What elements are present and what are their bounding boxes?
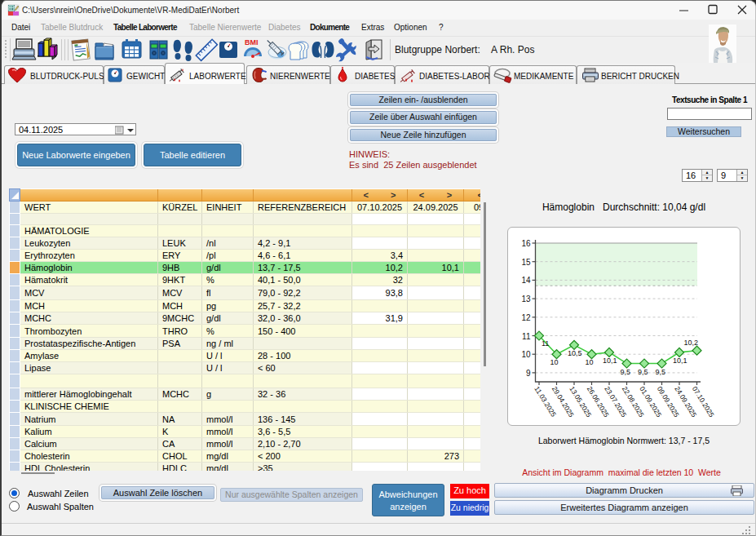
svg-text:9,5: 9,5 <box>621 368 631 376</box>
svg-text:13: 13 <box>521 295 531 303</box>
svg-text:9,5: 9,5 <box>656 368 666 376</box>
svg-text:11: 11 <box>522 332 531 341</box>
svg-text:15: 15 <box>521 258 531 267</box>
svg-text:10,1: 10,1 <box>673 357 687 365</box>
svg-text:10,2: 10,2 <box>684 339 699 347</box>
svg-text:9: 9 <box>526 369 531 378</box>
svg-text:10,1: 10,1 <box>603 357 617 365</box>
svg-text:12: 12 <box>521 313 531 322</box>
svg-text:16: 16 <box>521 239 531 248</box>
svg-text:10: 10 <box>586 358 594 366</box>
svg-text:9,5: 9,5 <box>638 368 648 376</box>
svg-text:BMI: BMI <box>245 38 259 47</box>
svg-text:10: 10 <box>550 358 559 366</box>
svg-text:10: 10 <box>521 350 531 359</box>
svg-text:10,5: 10,5 <box>568 349 582 357</box>
svg-text:11: 11 <box>542 339 549 348</box>
svg-text:14: 14 <box>521 276 531 285</box>
